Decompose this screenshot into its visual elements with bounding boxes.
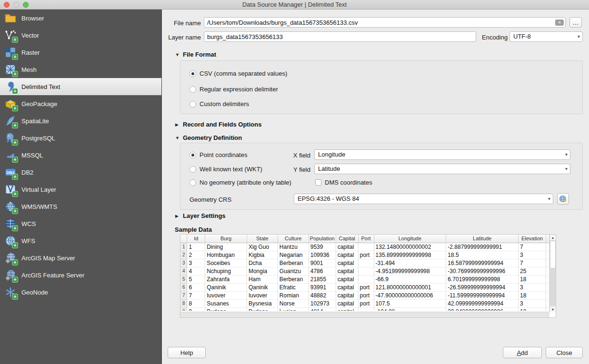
scroll-up-icon[interactable]: ▲ [550, 235, 556, 241]
browser-folder-icon [4, 12, 17, 24]
encoding-select[interactable]: UTF-8 ▾ [509, 31, 583, 42]
table-row[interactable]: 22HombuganKigbiaNegarian109936capitalpor… [180, 251, 549, 259]
collapsed-arrow-icon: ▶ [175, 214, 183, 218]
close-button[interactable]: Close [546, 347, 583, 358]
cell: 6 [187, 283, 205, 291]
sidebar-item-virtual-layer[interactable]: + Virtual Layer [0, 181, 161, 198]
y-field-value: Latitude [318, 165, 340, 172]
sidebar-item-spatialite[interactable]: + SpatiaLite [0, 112, 161, 129]
scroll-down-icon[interactable]: ▼ [550, 306, 556, 312]
table-row[interactable]: 66QaninikQaninikEfratic93991capitalport1… [180, 283, 549, 291]
horizontal-scrollbar[interactable] [180, 312, 549, 317]
sidebar-item-wfs[interactable]: + WFS [0, 232, 161, 249]
cell: Qaninik [205, 283, 247, 291]
cell: Hombugan [205, 251, 247, 259]
add-badge-icon: + [12, 260, 18, 265]
layer-name-label: Layer name [162, 34, 201, 41]
radio-csv[interactable]: CSV (comma separated values) [190, 70, 287, 77]
vertical-scrollbar[interactable]: ▲ ▼ [549, 235, 556, 312]
cell-filler [546, 259, 549, 267]
file-name-input[interactable] [204, 17, 566, 28]
cell: Ham [247, 275, 278, 283]
clear-file-icon[interactable]: ✕ [555, 20, 564, 26]
sidebar-item-db2[interactable]: DB2 + DB2 [0, 164, 161, 181]
row-number: 4 [180, 267, 187, 275]
cell: 4 [187, 267, 205, 275]
table-row[interactable]: 44NchupingMongiaGuantzu4786capital-4.951… [180, 267, 549, 275]
cell: -26.599999999999994 [446, 283, 519, 291]
cell: Lucian [278, 307, 309, 311]
record-fields-section-header[interactable]: ▶ Record and Fields Options [175, 121, 261, 128]
column-header: Latitude [446, 235, 519, 243]
scrollbar-thumb[interactable] [550, 241, 556, 268]
geometry-section-header[interactable]: ▼ Geometry Definition [175, 134, 242, 141]
sidebar-item-raster[interactable]: + Raster [0, 44, 161, 61]
wms-globe-icon: + [4, 200, 17, 213]
cell: 2 [187, 251, 205, 259]
cell: 135.89999999999998 [374, 251, 446, 259]
cell: Efratic [278, 283, 309, 291]
sidebar-item-wms-wmts[interactable]: + WMS/WMTS [0, 198, 161, 215]
cell: 4786 [309, 267, 336, 275]
cell: capital [336, 283, 358, 291]
radio-regexp-delimiter[interactable]: Regular expression delimiter [190, 86, 278, 93]
chevron-down-icon: ▾ [578, 32, 580, 41]
add-button[interactable]: Add [503, 347, 542, 358]
cell: capital [336, 243, 358, 251]
y-field-select[interactable]: Latitude ▾ [314, 164, 570, 174]
sidebar-item-geonode[interactable]: + GeoNode [0, 284, 161, 301]
column-header: Burg [205, 235, 247, 243]
cell: port [358, 291, 374, 299]
layer-settings-title: Layer Settings [183, 212, 226, 219]
browse-file-button[interactable]: … [569, 17, 582, 28]
help-button[interactable]: Help [168, 347, 206, 358]
row-number: 3 [180, 259, 187, 267]
wfs-globe-icon: + [4, 235, 17, 247]
file-format-section-header[interactable]: ▼ File Format [175, 51, 216, 58]
geometry-crs-select[interactable]: EPSG:4326 - WGS 84 ▾ [294, 194, 553, 204]
radio-point-coordinates[interactable]: Point coordinates [190, 151, 247, 158]
table-row[interactable]: 11DiningXig GuoHantzu9539capital132.1480… [180, 243, 549, 251]
select-crs-button[interactable] [557, 193, 569, 205]
table-row[interactable]: 88SusanesBysnesiaNorse102973capitalport1… [180, 299, 549, 307]
radio-custom-delimiters[interactable]: Custom delimiters [190, 100, 249, 108]
scrollbar-track[interactable] [550, 268, 556, 305]
sidebar-item-mesh[interactable]: + Mesh [0, 61, 161, 78]
cell: 7 [519, 259, 546, 267]
layer-name-input[interactable] [204, 31, 476, 42]
cell: Susanes [205, 299, 247, 307]
sidebar-item-geopackage[interactable]: + GeoPackage [0, 95, 161, 112]
radio-wkt[interactable]: Well known text (WKT) [190, 166, 262, 173]
cell: Bysnesia [247, 299, 278, 307]
sidebar-item-arcgis-feature-server[interactable]: + ArcGIS Feature Server [0, 266, 161, 284]
cell-filler [546, 307, 549, 311]
arcgis-map-server-icon: + [4, 252, 17, 264]
cell: 3 [519, 283, 546, 291]
table-row[interactable]: 99BudeneBudeneLucian4814capital-104.0839… [180, 307, 549, 311]
table-row[interactable]: 77IuvoverIuvoverRomian48882capitalport-4… [180, 291, 549, 299]
cell: Dining [205, 243, 247, 251]
row-number: 9 [180, 307, 187, 311]
sidebar-item-browser[interactable]: Browser [0, 10, 161, 27]
sidebar-item-mssql[interactable]: + MSSQL [0, 147, 161, 164]
layer-settings-section-header[interactable]: ▶ Layer Settings [175, 212, 226, 219]
cell: Berberan [278, 259, 309, 267]
table-row[interactable]: 55ZahranfaHamBerberan21855capital-66.96.… [180, 275, 549, 283]
cell: capital [336, 267, 358, 275]
dms-coordinates-checkbox[interactable]: DMS coordinates [315, 179, 372, 186]
row-number: 5 [180, 275, 187, 283]
virtual-layer-icon: + [4, 183, 17, 196]
add-badge-icon: + [12, 277, 18, 282]
sidebar-item-vector[interactable]: + Vector [0, 27, 161, 44]
x-field-select[interactable]: Longitude ▾ [314, 149, 570, 160]
sidebar-item-arcgis-map-server[interactable]: + ArcGIS Map Server [0, 249, 161, 266]
table-row[interactable]: 33SoceibesDchaBerberan9001capital-31.494… [180, 259, 549, 267]
sidebar-item-wcs[interactable]: + WCS [0, 215, 161, 232]
cell: Negarian [278, 251, 309, 259]
sidebar-item-delimited-text[interactable]: + Delimited Text [0, 78, 161, 95]
cell: Soceibes [205, 259, 247, 267]
cell-filler [546, 299, 549, 307]
cell: -31.494 [374, 259, 446, 267]
sidebar-item-postgresql[interactable]: + PostgreSQL [0, 129, 161, 147]
radio-no-geometry[interactable]: No geometry (attribute only table) [190, 179, 291, 186]
